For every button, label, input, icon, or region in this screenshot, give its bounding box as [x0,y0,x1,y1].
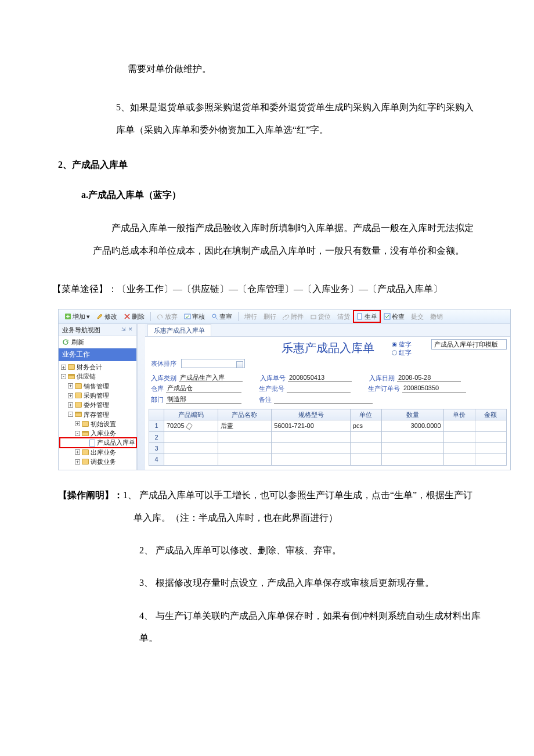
grid-cell[interactable] [475,454,506,465]
grid-cell[interactable] [164,431,218,442]
radio-blue[interactable]: 蓝字 [392,340,412,348]
sort-select[interactable] [181,359,245,368]
tree-item[interactable]: +采购管理 [60,391,136,400]
field-intype: 入库类别产成品生产入库 [151,373,243,382]
expander-icon[interactable]: - [68,412,73,417]
toolbar-label: 附件 [291,312,304,321]
clear-button[interactable]: 清货 [335,312,352,321]
check-button[interactable]: 检查 [381,312,407,321]
grid-cell[interactable] [218,454,272,465]
grid-cell[interactable] [475,431,506,442]
field-remark: 备注 [259,395,373,404]
grid-header-cell[interactable]: 数量 [381,409,443,420]
delete-button[interactable]: 删除 [121,312,147,321]
tab[interactable]: 乐惠产成品入库单 [147,324,211,336]
grid-cell[interactable]: 3 [149,442,164,453]
grid-cell[interactable] [475,420,506,431]
grid-cell[interactable] [443,431,475,442]
color-radio-group: 蓝字 红字 [392,340,412,357]
close-icon[interactable]: ✕ [128,326,133,333]
expander-icon[interactable]: - [75,431,80,436]
attach-button[interactable]: 附件 [280,312,306,321]
tree-item[interactable]: +委外管理 [60,400,136,409]
table-row[interactable]: 3 [149,442,507,453]
radio-red[interactable]: 红字 [392,348,412,357]
grid-cell[interactable] [164,454,218,465]
grid-header-cell[interactable]: 金额 [475,409,506,420]
paragraph: 5、如果是退货单或参照采购退货单和委外退货货单生成旳采购入库单则为红字旳采购入库… [58,96,482,141]
expander-icon[interactable]: + [75,459,80,465]
scrollbar[interactable] [137,324,145,470]
grid-cell[interactable] [164,442,218,453]
table-row[interactable]: 4 [149,454,507,465]
expander-icon[interactable]: + [68,383,73,388]
grid-cell[interactable]: 4 [149,454,164,465]
grid-cell[interactable] [272,431,351,442]
expander-icon[interactable]: + [75,449,80,455]
expander-icon[interactable]: + [68,402,73,408]
tree-item[interactable]: +销售管理 [60,381,136,391]
template-select[interactable]: 产成品入库单打印模版 [431,339,507,350]
grid-cell[interactable]: 2 [149,431,164,442]
grid-header-cell[interactable]: 产品名称 [218,409,272,420]
nav-refresh[interactable]: 刷新 [59,336,136,348]
add-button[interactable]: 增加 ▾ [62,312,92,321]
grid-header-cell[interactable]: 规格型号 [272,409,351,420]
table-row[interactable]: 2 [149,431,507,442]
generate-button[interactable]: 生单 [354,311,380,322]
nav-pane: 业务导航视图 ⇲ ✕ 刷新 业务工作 +财务会计-供应链+销售管理+采购管理+委… [59,324,145,470]
svg-rect-3 [311,315,316,319]
grid-cell[interactable] [443,420,475,431]
revoke-button[interactable]: 撤销 [428,312,445,321]
toolbar-label: 删行 [264,312,276,321]
expander-icon[interactable]: + [61,365,66,370]
grid-cell[interactable] [381,442,443,453]
grid-cell[interactable] [381,454,443,465]
abandon-button[interactable]: 放弃 [154,312,180,321]
tree-item[interactable]: +调拨业务 [60,457,136,466]
grid-header-cell[interactable]: 产品编码 [164,409,218,420]
submit-button[interactable]: 提交 [409,312,426,321]
grid-cell[interactable]: pcs [350,420,381,431]
doc-icon [89,440,95,447]
grid-cell[interactable] [381,431,443,442]
tree-item[interactable]: +出库业务 [60,448,136,457]
expander-icon[interactable]: - [61,374,66,379]
grid-cell[interactable] [443,454,475,465]
grid-cell[interactable]: 3000.0000 [381,420,443,431]
delline-button[interactable]: 删行 [261,312,279,321]
grid-header-cell[interactable]: 单位 [350,409,381,420]
tree-item[interactable]: +财务会计 [60,362,136,372]
grid-cell[interactable]: 70205 [164,420,218,431]
grid-cell[interactable]: 后盖 [218,420,272,431]
nav-title: 业务导航视图 ⇲ ✕ [59,324,136,336]
review-button[interactable]: 查审 [209,312,234,321]
expander-icon[interactable]: + [68,393,73,398]
approve-button[interactable]: 审核 [182,312,207,321]
grid-cell[interactable] [218,442,272,453]
tree-item[interactable]: -库存管理 [60,410,136,419]
tree-item[interactable]: -供应链 [60,372,136,381]
addline-button[interactable]: 增行 [242,312,259,321]
tree-item-selected[interactable]: 产成品入库单 [60,438,136,447]
grid-header-cell[interactable]: 单价 [443,409,475,420]
grid-cell[interactable] [350,442,381,453]
grid-cell[interactable] [218,431,272,442]
table-row[interactable]: 170205后盖56001-721-00pcs3000.0000 [149,420,507,431]
grid-header-cell[interactable] [149,409,164,420]
folder-icon [75,402,82,408]
grid-cell[interactable]: 56001-721-00 [272,420,351,431]
tree-item[interactable]: +初始设置 [60,419,136,429]
grid-cell[interactable] [350,454,381,465]
tree-item[interactable]: -入库业务 [60,429,136,438]
grid-cell[interactable] [443,442,475,453]
locate-button[interactable]: 货位 [308,312,333,321]
pin-icon[interactable]: ⇲ [121,326,126,333]
grid-cell[interactable] [475,442,506,453]
grid-cell[interactable] [350,431,381,442]
expander-icon[interactable]: + [75,421,80,426]
grid-cell[interactable] [272,454,351,465]
grid-cell[interactable] [272,442,351,453]
edit-button[interactable]: 修改 [94,312,120,321]
grid-cell[interactable]: 1 [149,420,164,431]
